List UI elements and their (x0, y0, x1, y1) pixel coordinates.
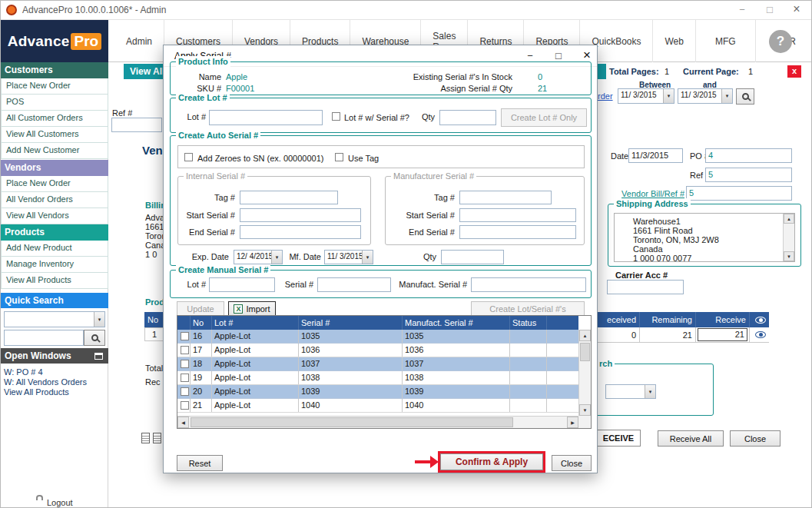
sidebar-item-add-new-product[interactable]: Add New Product (1, 241, 108, 257)
lot-qty-input[interactable] (439, 110, 496, 125)
sidebar-item-manage-inventory[interactable]: Manage Inventory (1, 257, 108, 273)
minimize-icon[interactable]: − (731, 4, 754, 15)
sidebar-item-all-vendor-orders[interactable]: All Vendor Orders (1, 192, 108, 208)
row-checkbox[interactable] (181, 346, 189, 354)
lot-with-serial-checkbox[interactable] (332, 112, 340, 121)
chevron-down-icon[interactable]: ▾ (362, 251, 373, 264)
confirm-apply-button[interactable]: Confirm & Apply (440, 453, 543, 470)
sidebar-item-view-all-products[interactable]: View All Products (1, 273, 108, 289)
vendor-bill-input[interactable]: 5 (686, 186, 792, 201)
manual-serial-input[interactable] (317, 277, 391, 292)
close-button[interactable]: Close (730, 430, 781, 447)
scroll-right-icon[interactable]: ▶ (567, 417, 578, 428)
receive-button-fragment[interactable]: ECEIVE (596, 430, 641, 447)
sidebar-item-place-new-order[interactable]: Place New Order (1, 78, 108, 95)
order-link-fragment[interactable]: rder (598, 91, 613, 101)
sidebar-item-all-customer-orders[interactable]: All Customer Orders (1, 111, 108, 127)
create-lot-serial-button[interactable]: Create Lot/Serial #'s (471, 301, 585, 317)
sidebar-item-pos[interactable]: POS (1, 95, 108, 111)
auto-qty-input[interactable] (441, 250, 504, 264)
dialog-minimize-icon[interactable]: − (519, 50, 542, 61)
lot-input[interactable] (209, 110, 323, 125)
document-icon[interactable] (141, 433, 150, 443)
use-tag-checkbox[interactable] (335, 153, 343, 161)
chevron-down-icon[interactable]: ▾ (271, 251, 282, 264)
date-to-picker[interactable]: 11/ 3/2015▾ (678, 88, 733, 104)
row-checkbox[interactable] (181, 387, 189, 396)
quick-search-button[interactable] (84, 330, 105, 346)
date-search-button[interactable] (736, 88, 754, 105)
shipping-scrollbar[interactable]: ▲ ▼ (783, 214, 794, 261)
internal-end-input[interactable] (240, 225, 361, 239)
ref2-input[interactable]: 5 (705, 168, 792, 182)
sidebar-item-view-all-customers[interactable]: View All Customers (1, 127, 108, 143)
open-window-link-view-all-products[interactable]: View All Products (4, 387, 69, 397)
row-checkbox[interactable] (181, 401, 189, 410)
sidebar-item-view-all-vendors[interactable]: View All Vendors (1, 208, 108, 224)
help-icon[interactable]: ? (769, 30, 792, 53)
scroll-down-icon[interactable]: ▼ (579, 404, 591, 416)
po-date-input[interactable]: 11/3/2015 (628, 148, 683, 163)
exp-date-picker[interactable]: 12/ 4/2015▾ (234, 250, 283, 264)
internal-tag-input[interactable] (240, 191, 338, 204)
sidebar-item-vendor-place-new-order[interactable]: Place New Order (1, 176, 108, 192)
quick-search-select[interactable]: ▾ (4, 311, 105, 327)
open-window-link-po4[interactable]: W: PO # 4 (4, 367, 43, 377)
quick-search-input[interactable] (4, 330, 84, 346)
vertical-scroll-thumb[interactable] (580, 343, 590, 361)
manufacturer-start-input[interactable] (459, 208, 576, 222)
grid-horizontal-scrollbar[interactable]: ◀ ▶ (177, 416, 578, 428)
po-number-input[interactable]: 4 (705, 148, 792, 163)
table-row[interactable]: 19 Apple-Lot 1038 1038 (177, 371, 578, 385)
add-zeroes-checkbox[interactable] (184, 153, 193, 161)
view-row-cell[interactable] (750, 327, 769, 342)
eye-icon[interactable] (755, 331, 766, 338)
table-row[interactable]: 21 Apple-Lot 1040 1040 (177, 399, 578, 413)
scroll-up-icon[interactable]: ▲ (579, 330, 591, 341)
row-checkbox[interactable] (181, 374, 189, 382)
table-row[interactable]: 20 Apple-Lot 1039 1039 (177, 385, 578, 399)
mf-date-picker[interactable]: 11/ 3/2015▾ (324, 250, 373, 264)
chevron-down-icon[interactable]: ▾ (721, 89, 732, 103)
scroll-up-icon[interactable]: ▲ (784, 214, 794, 224)
manual-lot-input[interactable] (209, 277, 275, 292)
import-button[interactable]: XImport (228, 301, 276, 317)
chevron-down-icon[interactable]: ▾ (663, 89, 674, 103)
reset-button[interactable]: Reset (177, 455, 223, 471)
create-lot-only-button[interactable]: Create Lot # Only (501, 108, 587, 127)
nav-item-mfg[interactable]: MFG (696, 20, 756, 62)
manufacturer-end-input[interactable] (459, 225, 576, 239)
date-from-picker[interactable]: 11/ 3/2015▾ (618, 88, 674, 104)
dialog-maximize-icon[interactable]: □ (547, 50, 570, 61)
manufacturer-tag-input[interactable] (459, 191, 552, 204)
scroll-down-icon[interactable]: ▼ (784, 251, 794, 261)
close-icon[interactable]: × (785, 2, 808, 16)
row-checkbox[interactable] (181, 332, 189, 340)
dialog-close-icon[interactable]: × (575, 48, 598, 63)
update-button[interactable]: Update (177, 301, 224, 317)
grid-vertical-scrollbar[interactable]: ▲ ▼ (578, 330, 591, 416)
chevron-down-icon[interactable]: ▾ (645, 385, 655, 398)
chevron-down-icon[interactable]: ▾ (94, 312, 104, 327)
search-select[interactable]: ▾ (605, 384, 656, 399)
table-row[interactable]: 16 Apple-Lot 1035 1035 (177, 330, 578, 344)
ref-input[interactable] (111, 118, 162, 132)
open-window-link-all-vendor-orders[interactable]: W: All Vendors Orders (4, 377, 87, 387)
scroll-left-icon[interactable]: ◀ (177, 417, 189, 428)
logout-link[interactable]: Logout (47, 498, 73, 508)
horizontal-scroll-thumb[interactable] (191, 417, 513, 427)
page-close-button[interactable]: x (787, 65, 801, 78)
nav-item-web[interactable]: Web (653, 20, 695, 62)
dialog-close-button[interactable]: Close (552, 455, 592, 471)
carrier-acc-input[interactable] (607, 280, 684, 294)
receive-cell[interactable]: 21 (696, 327, 750, 342)
manual-manufact-input[interactable] (471, 277, 586, 292)
maximize-icon[interactable]: □ (758, 4, 781, 15)
sidebar-item-add-new-customer[interactable]: Add New Customer (1, 143, 108, 159)
receive-all-button[interactable]: Receive All (658, 430, 724, 447)
nav-item-admin[interactable]: Admin (114, 20, 164, 62)
table-row[interactable]: 18 Apple-Lot 1037 1037 (177, 357, 578, 371)
document-icon[interactable] (153, 433, 161, 443)
internal-start-input[interactable] (240, 208, 361, 222)
row-checkbox[interactable] (181, 360, 189, 368)
